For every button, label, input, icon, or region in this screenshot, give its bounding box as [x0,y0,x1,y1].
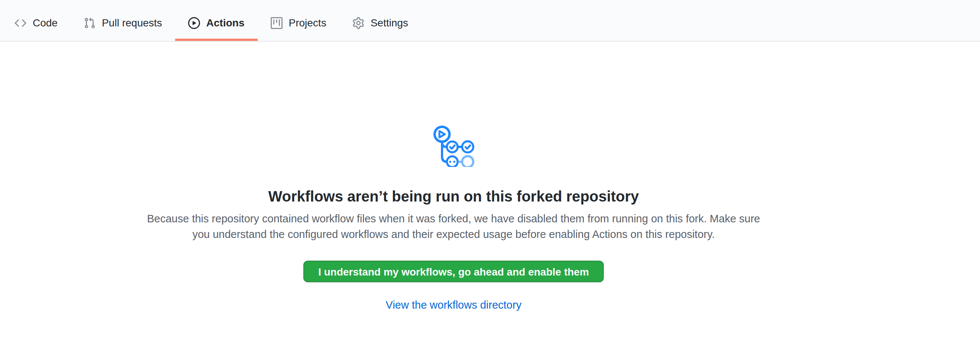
git-pull-request-icon [84,17,95,29]
tab-label: Settings [371,18,408,28]
empty-state-description: Because this repository contained workfl… [138,211,770,242]
code-icon [14,17,26,29]
tab-projects[interactable]: Projects [258,0,339,41]
project-board-icon [270,17,283,29]
tab-settings[interactable]: Settings [339,0,421,41]
gear-icon [352,17,364,29]
tab-label: Pull requests [102,18,162,28]
tab-pull-requests[interactable]: Pull requests [71,0,175,41]
empty-state-heading: Workflows aren’t being run on this forke… [0,186,907,206]
repo-nav: Code Pull requests Actions Projects Sett… [0,0,980,42]
tab-label: Code [33,18,57,28]
tab-actions[interactable]: Actions [175,0,258,41]
actions-empty-state: Workflows aren’t being run on this forke… [0,42,907,311]
view-workflows-directory-link[interactable]: View the workflows directory [385,299,521,311]
play-icon [188,17,200,29]
tab-label: Projects [289,18,326,28]
tab-label: Actions [206,18,245,28]
tab-code[interactable]: Code [2,0,71,41]
enable-button-row: I understand my workflows, go ahead and … [0,242,907,282]
workflow-graph-icon [433,125,474,167]
workflows-link-row: View the workflows directory [0,299,907,311]
enable-workflows-button[interactable]: I understand my workflows, go ahead and … [303,260,604,282]
